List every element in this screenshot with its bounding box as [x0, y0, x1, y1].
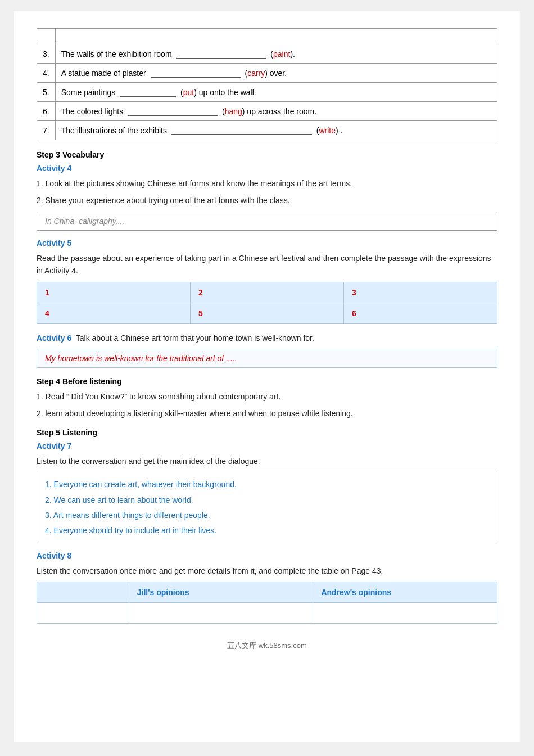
activity4-line1: 1. Look at the pictures showing Chinese … — [37, 177, 497, 190]
activity7-intro: Listen to the conversation and get the m… — [37, 455, 497, 467]
option-3: 3. Art means different things to differe… — [45, 509, 489, 521]
opinion-cell-1 — [37, 603, 129, 624]
activity5-heading: Activity 5 — [37, 238, 497, 248]
option-4: 4. Everyone should try to include art in… — [45, 524, 489, 537]
hint-word-4: carry — [247, 69, 265, 78]
activity4-heading: Activity 4 — [37, 164, 497, 173]
empty-num — [37, 29, 56, 44]
row-num: 3. — [37, 44, 56, 64]
row-num: 7. — [37, 121, 56, 140]
footer: 五八文库 wk.58sms.com — [37, 641, 497, 651]
row-num: 5. — [37, 83, 56, 102]
exercise-table: 3. The walls of the exhibition room (pai… — [37, 28, 497, 140]
grid-cell-2: 2 — [191, 282, 344, 303]
step5-heading: Step 5 Listening — [37, 428, 497, 437]
row-content: Some paintings (put) up onto the wall. — [55, 83, 497, 102]
empty-content — [55, 29, 497, 44]
opinion-col-jill: Jill's opinions — [129, 582, 313, 603]
blank-3 — [176, 49, 266, 58]
table-row-5: 5. Some paintings (put) up onto the wall… — [37, 83, 497, 102]
opinion-col-empty — [37, 582, 129, 603]
activity8-intro: Listen the conversation once more and ge… — [37, 565, 497, 577]
calligraphy-box: In China, calligraphy.... — [37, 212, 497, 231]
blank-4 — [151, 68, 241, 78]
row-content: The colored lights (hang) up across the … — [55, 102, 497, 121]
activity4-line2: 2. Share your experience about trying on… — [37, 194, 497, 206]
grid-cell-1: 1 — [37, 282, 191, 303]
row-num: 4. — [37, 64, 56, 83]
grid-cell-3: 3 — [344, 282, 497, 303]
grid-cell-6: 6 — [344, 303, 497, 323]
opinion-data-row — [37, 603, 497, 624]
activity7-options: 1. Everyone can create art, whatever the… — [37, 472, 497, 543]
step4-heading: Step 4 Before listening — [37, 377, 497, 386]
table-row-4: 4. A statue made of plaster (carry) over… — [37, 64, 497, 83]
step3-heading: Step 3 Vocabulary — [37, 150, 497, 159]
step4-line2: 2. learn about developing a listening sk… — [37, 407, 497, 420]
activity5-grid: 1 2 3 4 5 6 — [37, 282, 497, 324]
hint-word-7: write — [319, 126, 336, 135]
opinion-col-andrew: Andrew's opinions — [313, 582, 497, 603]
option-1: 1. Everyone can create art, whatever the… — [45, 478, 489, 490]
activity6-heading: Activity 6 — [37, 334, 71, 343]
opinion-cell-2 — [129, 603, 313, 624]
grid-row-1: 1 2 3 — [37, 282, 497, 303]
blank-6 — [128, 106, 218, 116]
row-num: 6. — [37, 102, 56, 121]
activity6-inline-text: Talk about a Chinese art form that your … — [76, 334, 314, 343]
grid-cell-4: 4 — [37, 303, 191, 323]
table-row-6: 6. The colored lights (hang) up across t… — [37, 102, 497, 121]
row-content: A statue made of plaster (carry) over. — [55, 64, 497, 83]
activity5-para: Read the passage about an experience of … — [37, 252, 497, 277]
hint-word-5: put — [183, 88, 194, 97]
hint-word-3: paint — [273, 50, 290, 58]
opinion-cell-3 — [313, 603, 497, 624]
activity7-heading: Activity 7 — [37, 442, 497, 451]
table-row-3: 3. The walls of the exhibition room (pai… — [37, 44, 497, 64]
page: 3. The walls of the exhibition room (pai… — [14, 11, 520, 742]
opinion-table: Jill's opinions Andrew's opinions — [37, 582, 497, 624]
opinion-header-row: Jill's opinions Andrew's opinions — [37, 582, 497, 603]
blank-7 — [171, 125, 312, 135]
step4-line1: 1. Read “ Did You Know?” to know somethi… — [37, 390, 497, 403]
grid-row-2: 4 5 6 — [37, 303, 497, 323]
hometown-box: My hometown is well-known for the tradit… — [37, 349, 497, 368]
grid-cell-5: 5 — [191, 303, 344, 323]
blank-5 — [120, 87, 176, 97]
activity8-heading: Activity 8 — [37, 551, 497, 560]
hint-word-6: hang — [225, 107, 242, 116]
activity6-line: Activity 6 Talk about a Chinese art form… — [37, 332, 497, 344]
row-content: The illustrations of the exhibits (write… — [55, 121, 497, 140]
table-row-7: 7. The illustrations of the exhibits (wr… — [37, 121, 497, 140]
option-2: 2. We can use art to learn about the wor… — [45, 494, 489, 506]
row-content: The walls of the exhibition room (paint)… — [55, 44, 497, 64]
